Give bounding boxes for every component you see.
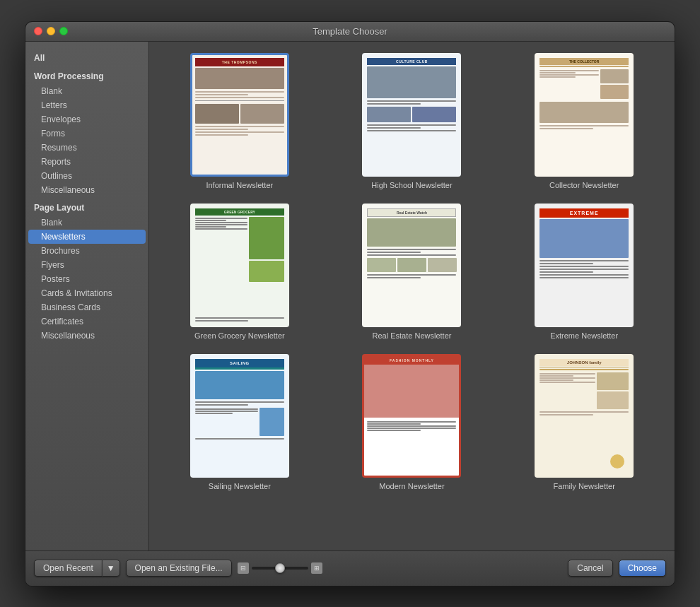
grocery-content bbox=[195, 217, 284, 315]
hs-photo-3 bbox=[412, 107, 456, 122]
sidebar-item-cards[interactable]: Cards & Invitations bbox=[25, 286, 148, 300]
fam-line-2 bbox=[539, 373, 595, 375]
template-informal-newsletter[interactable]: THE THOMPSONS bbox=[161, 53, 319, 189]
collector-text-col bbox=[539, 69, 599, 99]
sail-line-1 bbox=[195, 401, 284, 403]
fam-line-5 bbox=[539, 379, 573, 381]
sailing-stripe bbox=[195, 367, 284, 370]
sail-line-5 bbox=[195, 413, 233, 414]
sidebar-item-newsletters[interactable]: Newsletters bbox=[28, 230, 146, 244]
fam-line-3 bbox=[539, 375, 573, 377]
template-collector-newsletter[interactable]: THE COLLECTOR bbox=[505, 53, 663, 189]
thumbnail-highschool: CULTURE CLUB bbox=[362, 53, 461, 177]
sailing-newsletter-label: Sailing Newsletter bbox=[209, 482, 271, 490]
template-realestate-newsletter[interactable]: Real Estate Watch Real Estate bbox=[333, 204, 491, 340]
sail-photo-2 bbox=[259, 408, 284, 436]
sidebar: All Word Processing Blank Letters Envelo… bbox=[25, 42, 149, 550]
highschool-newsletter-label: High School Newsletter bbox=[371, 181, 452, 189]
col-photo-2 bbox=[600, 85, 629, 99]
template-extreme-newsletter[interactable]: EXTREME Extreme Newsletter bbox=[505, 204, 663, 340]
col-line-7 bbox=[539, 128, 593, 129]
zoom-slider-container: ⊟ ⊞ bbox=[238, 562, 322, 574]
sidebar-item-brochures[interactable]: Brochures bbox=[25, 244, 148, 258]
zoom-out-icon[interactable]: ⊟ bbox=[238, 562, 249, 574]
informal-line-6 bbox=[195, 131, 284, 133]
sail-line-6 bbox=[195, 438, 284, 440]
template-highschool-newsletter[interactable]: CULTURE CLUB High School Newsletter bbox=[333, 53, 491, 189]
template-chooser-window: Template Chooser All Word Processing Bla… bbox=[25, 21, 675, 587]
grocery-text-left bbox=[195, 217, 247, 315]
groc-line-1 bbox=[195, 218, 247, 219]
fam-line-7 bbox=[539, 411, 629, 413]
choose-button[interactable]: Choose bbox=[619, 560, 666, 577]
sidebar-item-blank-wp[interactable]: Blank bbox=[25, 84, 148, 98]
sidebar-item-resumes[interactable]: Resumes bbox=[25, 141, 148, 155]
sidebar-item-posters[interactable]: Posters bbox=[25, 272, 148, 286]
open-existing-button[interactable]: Open an Existing File... bbox=[126, 560, 232, 577]
mod-line-4 bbox=[367, 428, 456, 429]
sidebar-item-business-cards[interactable]: Business Cards bbox=[25, 300, 148, 314]
informal-line-7 bbox=[195, 134, 249, 136]
mod-line-5 bbox=[367, 430, 421, 431]
grocery-header-text: GREEN GROCERY bbox=[195, 208, 284, 216]
sidebar-item-misc-pl[interactable]: Miscellaneous bbox=[25, 329, 148, 343]
re-photo-4 bbox=[428, 258, 457, 272]
fam-line-8 bbox=[539, 414, 593, 416]
col-line-6 bbox=[539, 125, 629, 126]
footer: Open Recent ▼ Open an Existing File... ⊟… bbox=[25, 550, 675, 586]
template-grid: THE THOMPSONS bbox=[161, 53, 663, 490]
informal-photo-row-bottom bbox=[195, 104, 284, 124]
sidebar-section-page-layout: Page Layout bbox=[25, 200, 148, 216]
groc-line-2 bbox=[195, 220, 226, 221]
informal-line-2 bbox=[195, 94, 249, 95]
family-text-left bbox=[539, 372, 595, 409]
open-recent-dropdown-button[interactable]: ▼ bbox=[102, 560, 120, 577]
sidebar-item-misc-wp[interactable]: Miscellaneous bbox=[25, 183, 148, 197]
sidebar-item-reports[interactable]: Reports bbox=[25, 155, 148, 169]
template-grocery-newsletter[interactable]: GREEN GROCERY bbox=[161, 204, 319, 340]
groc-line-3 bbox=[195, 222, 247, 223]
realestate-header-text: Real Estate Watch bbox=[367, 208, 456, 217]
collector-newsletter-label: Collector Newsletter bbox=[549, 181, 619, 189]
cancel-button[interactable]: Cancel bbox=[568, 560, 612, 577]
re-small-photos bbox=[367, 258, 456, 272]
sidebar-item-all[interactable]: All bbox=[25, 50, 148, 66]
hs-line-1 bbox=[367, 100, 456, 102]
sidebar-item-certificates[interactable]: Certificates bbox=[25, 314, 148, 329]
family-photo-col bbox=[597, 372, 629, 409]
fam-photo-1 bbox=[597, 372, 629, 390]
informal-photo-1 bbox=[195, 68, 284, 89]
sidebar-item-outlines[interactable]: Outlines bbox=[25, 169, 148, 183]
minimize-button[interactable] bbox=[47, 27, 55, 35]
groc-photo bbox=[249, 217, 284, 259]
sidebar-item-letters[interactable]: Letters bbox=[25, 98, 148, 112]
sail-line-3 bbox=[195, 408, 258, 410]
zoom-in-icon[interactable]: ⊞ bbox=[311, 562, 322, 574]
collector-photo-col bbox=[600, 69, 629, 99]
maximize-button[interactable] bbox=[59, 27, 68, 35]
template-modern-newsletter[interactable]: FASHION MONTHLY Modern Newsletter bbox=[333, 354, 491, 490]
ext-line-3 bbox=[539, 266, 629, 267]
sidebar-item-forms[interactable]: Forms bbox=[25, 126, 148, 141]
fam-line-4 bbox=[539, 377, 595, 379]
template-family-newsletter[interactable]: JOHNSON family bbox=[505, 354, 663, 490]
traffic-lights bbox=[34, 27, 68, 35]
close-button[interactable] bbox=[34, 27, 42, 35]
sidebar-item-envelopes[interactable]: Envelopes bbox=[25, 112, 148, 126]
thumbnail-informal: THE THOMPSONS bbox=[190, 53, 289, 177]
template-sailing-newsletter[interactable]: SAILING bbox=[161, 354, 319, 490]
fam-line-6 bbox=[539, 382, 595, 383]
sidebar-item-flyers[interactable]: Flyers bbox=[25, 258, 148, 272]
groc-line-6 bbox=[195, 228, 247, 230]
col-line-3 bbox=[539, 72, 575, 73]
zoom-slider[interactable] bbox=[252, 567, 308, 570]
open-recent-button[interactable]: Open Recent bbox=[34, 560, 102, 577]
col-line-5 bbox=[539, 76, 575, 78]
extreme-photo bbox=[539, 219, 629, 258]
family-header-text: JOHNSON family bbox=[539, 359, 629, 366]
groc-photo-2 bbox=[249, 261, 284, 282]
modern-newsletter-label: Modern Newsletter bbox=[379, 482, 444, 490]
sidebar-item-blank-pl[interactable]: Blank bbox=[25, 216, 148, 230]
fam-line-1 bbox=[539, 369, 629, 370]
fam-photo-2 bbox=[597, 391, 629, 409]
